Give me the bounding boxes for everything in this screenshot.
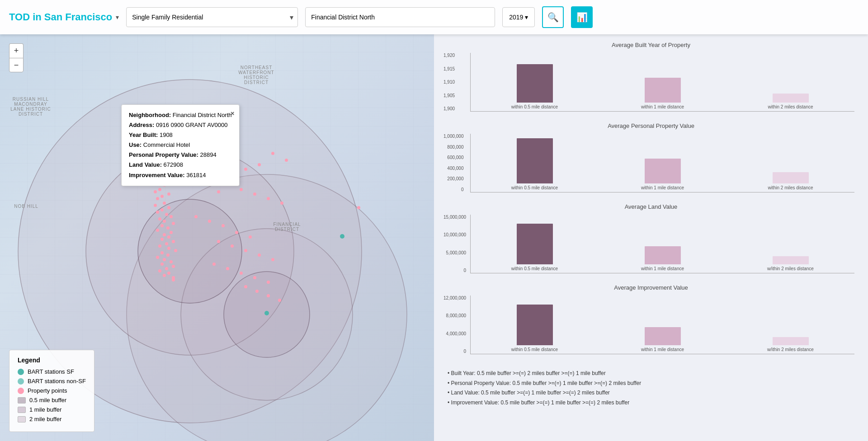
popup-ppv-value: 28894 bbox=[200, 151, 217, 158]
property-dot[interactable] bbox=[249, 235, 252, 239]
property-dot[interactable] bbox=[208, 220, 211, 223]
property-dot[interactable] bbox=[255, 290, 259, 293]
property-dot[interactable] bbox=[271, 152, 274, 155]
chart-toggle-button[interactable]: 📊 bbox=[571, 6, 593, 28]
bar-label: within 0.5 mile distance bbox=[511, 266, 558, 271]
zoom-out-button[interactable]: − bbox=[9, 58, 24, 72]
bart-station-dot[interactable] bbox=[340, 234, 344, 239]
property-dot[interactable] bbox=[163, 258, 166, 261]
property-dot[interactable] bbox=[156, 229, 159, 232]
property-dot[interactable] bbox=[167, 192, 170, 196]
property-dot[interactable] bbox=[160, 208, 164, 211]
property-dot[interactable] bbox=[271, 258, 274, 261]
property-dot[interactable] bbox=[253, 276, 256, 279]
property-dot[interactable] bbox=[253, 192, 256, 196]
legend-item: 2 mile buffer bbox=[18, 416, 86, 422]
bar[interactable] bbox=[645, 246, 681, 264]
property-dot[interactable] bbox=[244, 168, 247, 171]
property-dot[interactable] bbox=[154, 204, 157, 207]
property-dot[interactable] bbox=[163, 220, 166, 223]
property-dot[interactable] bbox=[217, 190, 220, 193]
property-dot[interactable] bbox=[240, 272, 243, 275]
property-dot[interactable] bbox=[160, 251, 164, 254]
property-dot[interactable] bbox=[231, 244, 234, 248]
property-dot[interactable] bbox=[194, 215, 198, 218]
property-dot[interactable] bbox=[167, 272, 170, 275]
bar[interactable] bbox=[773, 337, 809, 345]
bar[interactable] bbox=[517, 305, 553, 345]
property-dot[interactable] bbox=[167, 206, 170, 209]
property-dot[interactable] bbox=[170, 260, 173, 263]
bart-station-dot[interactable] bbox=[264, 311, 269, 315]
property-dot[interactable] bbox=[226, 267, 229, 270]
property-dot[interactable] bbox=[160, 224, 164, 227]
property-dot[interactable] bbox=[166, 226, 170, 230]
property-dot[interactable] bbox=[160, 263, 164, 266]
property-dot[interactable] bbox=[158, 188, 161, 191]
property-dot[interactable] bbox=[156, 256, 159, 259]
bar[interactable] bbox=[645, 78, 681, 103]
property-dot[interactable] bbox=[258, 163, 261, 166]
popup-ppv-label: Personal Property Value: bbox=[129, 151, 198, 158]
bar[interactable] bbox=[645, 159, 681, 183]
property-dot[interactable] bbox=[167, 235, 170, 239]
property-dot[interactable] bbox=[244, 249, 247, 252]
property-dot[interactable] bbox=[170, 231, 173, 234]
year-button[interactable]: 2019 ▾ bbox=[502, 7, 535, 27]
bar[interactable] bbox=[773, 94, 809, 103]
property-dot[interactable] bbox=[244, 285, 247, 288]
property-dot[interactable] bbox=[172, 240, 175, 243]
property-dot[interactable] bbox=[158, 269, 161, 272]
property-dot[interactable] bbox=[172, 278, 175, 281]
bar[interactable] bbox=[773, 172, 809, 183]
zone-select[interactable]: Single Family ResidentialMulti Family Re… bbox=[126, 7, 298, 27]
property-dot[interactable] bbox=[240, 188, 243, 191]
property-dot[interactable] bbox=[285, 159, 288, 162]
property-dot[interactable] bbox=[217, 240, 220, 243]
property-dot[interactable] bbox=[158, 244, 161, 248]
property-dot[interactable] bbox=[267, 281, 270, 284]
property-dot[interactable] bbox=[172, 265, 175, 268]
property-dot[interactable] bbox=[280, 202, 283, 205]
property-dot[interactable] bbox=[222, 224, 225, 227]
property-dot[interactable] bbox=[174, 249, 177, 252]
property-dot[interactable] bbox=[166, 253, 170, 257]
property-dot[interactable] bbox=[235, 231, 238, 234]
search-button[interactable]: 🔍 bbox=[542, 6, 564, 28]
property-dot[interactable] bbox=[278, 299, 281, 302]
bar[interactable] bbox=[773, 256, 809, 264]
property-dot[interactable] bbox=[172, 222, 175, 225]
popup-close-button[interactable]: × bbox=[231, 108, 235, 119]
map-area[interactable]: RUSSIAN HILLMACONDRAYLANE HISTORICDISTRI… bbox=[0, 34, 434, 441]
title-dropdown-arrow[interactable]: ▾ bbox=[116, 14, 119, 21]
app-title-area: TOD in San Francisco ▾ bbox=[9, 11, 119, 23]
property-dot[interactable] bbox=[163, 274, 166, 277]
property-dot[interactable] bbox=[165, 267, 168, 270]
legend-item: 0.5 mile buffer bbox=[18, 397, 86, 403]
bar[interactable] bbox=[517, 224, 553, 264]
neighborhood-input[interactable]: Financial District North bbox=[305, 7, 495, 27]
property-dot[interactable] bbox=[156, 211, 159, 214]
property-dot[interactable] bbox=[160, 238, 164, 241]
bar[interactable] bbox=[517, 138, 553, 183]
property-dot[interactable] bbox=[170, 215, 173, 218]
property-dot[interactable] bbox=[267, 197, 270, 200]
property-dot[interactable] bbox=[156, 197, 159, 200]
zoom-in-button[interactable]: + bbox=[9, 43, 24, 58]
bar[interactable] bbox=[517, 64, 553, 103]
property-dot[interactable] bbox=[163, 202, 166, 205]
property-dot[interactable] bbox=[357, 206, 360, 209]
bar[interactable] bbox=[645, 327, 681, 345]
property-dot[interactable] bbox=[163, 233, 166, 236]
property-dot[interactable] bbox=[167, 247, 170, 250]
property-dot[interactable] bbox=[154, 190, 157, 193]
popup-address: Address: 0916 0900 GRANT AV0000 bbox=[129, 120, 232, 130]
property-dot[interactable] bbox=[165, 213, 168, 216]
property-dot[interactable] bbox=[160, 195, 164, 198]
property-dot[interactable] bbox=[267, 294, 270, 297]
property-dot[interactable] bbox=[212, 263, 216, 266]
bar-label: within 2 miles distance bbox=[768, 104, 813, 109]
property-dot[interactable] bbox=[158, 217, 161, 220]
property-dot[interactable] bbox=[258, 253, 261, 257]
property-dot[interactable] bbox=[165, 242, 168, 245]
